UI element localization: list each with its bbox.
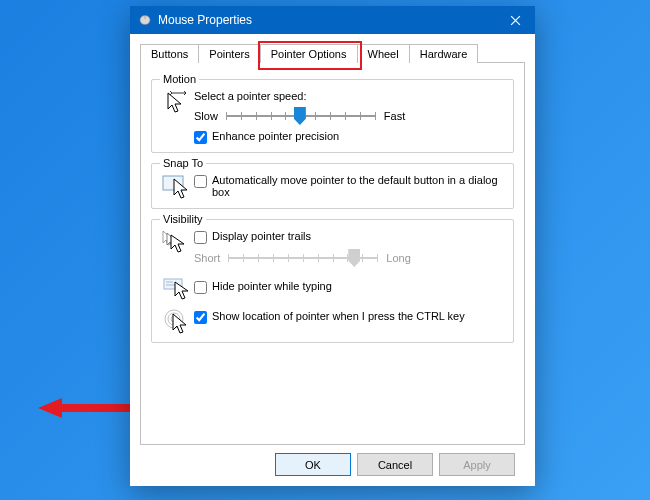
snapto-checkbox[interactable]: Automatically move pointer to the defaul… — [194, 174, 505, 198]
hide-typing-icon — [160, 278, 194, 300]
fast-label: Fast — [384, 110, 405, 122]
slow-label: Slow — [194, 110, 218, 122]
long-label: Long — [386, 252, 410, 264]
snapto-label: Automatically move pointer to the defaul… — [212, 174, 505, 198]
ctrl-locate-icon — [160, 308, 194, 334]
svg-marker-0 — [38, 398, 134, 418]
client-area: Buttons Pointers Pointer Options Wheel H… — [130, 34, 535, 484]
tab-pointers[interactable]: Pointers — [198, 44, 260, 63]
titlebar[interactable]: Mouse Properties — [130, 6, 535, 34]
trails-icon — [160, 230, 194, 254]
close-icon — [510, 15, 521, 26]
ctrl-locate-label: Show location of pointer when I press th… — [212, 310, 465, 322]
dialog-buttons: OK Cancel Apply — [140, 445, 525, 476]
group-snapto-legend: Snap To — [160, 157, 206, 169]
group-visibility: Visibility Display p — [151, 219, 514, 343]
mouse-properties-window: Mouse Properties Buttons Pointers Pointe… — [130, 6, 535, 486]
apply-button[interactable]: Apply — [439, 453, 515, 476]
tab-wheel[interactable]: Wheel — [357, 44, 410, 63]
pointer-speed-slider[interactable] — [226, 106, 376, 126]
snapto-icon — [160, 174, 194, 200]
hide-typing-checkbox[interactable]: Hide pointer while typing — [194, 280, 505, 294]
cursor-speed-icon — [160, 90, 194, 116]
trails-checkbox[interactable]: Display pointer trails — [194, 230, 505, 244]
enhance-precision-label: Enhance pointer precision — [212, 130, 339, 142]
pointer-speed-label: Select a pointer speed: — [194, 90, 505, 102]
desktop: Mouse Properties Buttons Pointers Pointe… — [0, 0, 650, 500]
ctrl-locate-checkbox[interactable]: Show location of pointer when I press th… — [194, 310, 505, 324]
tab-buttons[interactable]: Buttons — [140, 44, 199, 63]
window-title: Mouse Properties — [158, 13, 495, 27]
enhance-precision-checkbox[interactable]: Enhance pointer precision — [194, 130, 505, 144]
close-button[interactable] — [495, 6, 535, 34]
tab-panel: Motion Select a pointer speed: Slow — [140, 63, 525, 445]
group-visibility-legend: Visibility — [160, 213, 206, 225]
mouse-icon — [138, 13, 152, 27]
group-motion: Motion Select a pointer speed: Slow — [151, 79, 514, 153]
tab-strip: Buttons Pointers Pointer Options Wheel H… — [140, 38, 525, 63]
trails-label: Display pointer trails — [212, 230, 311, 242]
tab-hardware[interactable]: Hardware — [409, 44, 479, 63]
group-motion-legend: Motion — [160, 73, 199, 85]
short-label: Short — [194, 252, 220, 264]
callout-arrow — [38, 395, 138, 421]
ok-button[interactable]: OK — [275, 453, 351, 476]
trails-slider — [228, 248, 378, 268]
tab-pointer-options[interactable]: Pointer Options — [260, 44, 358, 63]
group-snapto: Snap To Automatically move pointer to th… — [151, 163, 514, 209]
hide-typing-label: Hide pointer while typing — [212, 280, 332, 292]
cancel-button[interactable]: Cancel — [357, 453, 433, 476]
